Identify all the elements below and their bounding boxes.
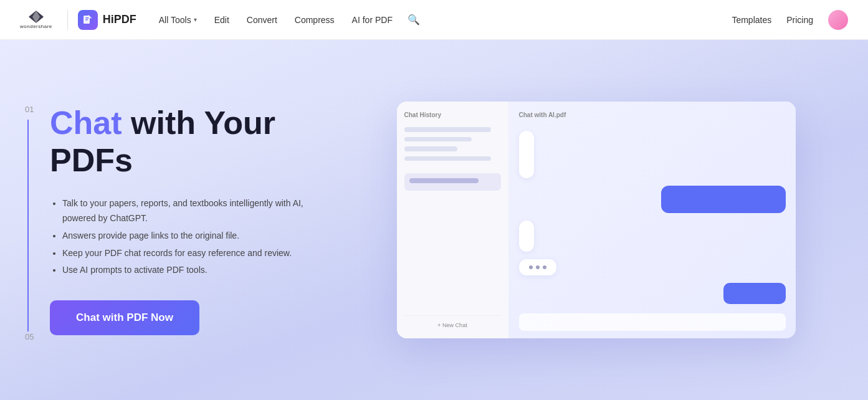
- svg-rect-2: [85, 19, 88, 21]
- bullet-4: Use AI prompts to activate PDF tools.: [62, 263, 336, 278]
- chat-input-bar[interactable]: [519, 313, 786, 331]
- navbar: wondershare HiPDF All Tools ▾ Edit Conve…: [0, 0, 868, 40]
- mockup-sidebar: Chat History + New Chat: [397, 102, 509, 338]
- hero-title-highlight: Chat: [50, 105, 122, 141]
- mockup-window: Chat History + New Chat Chat with AI.pdf: [397, 102, 796, 338]
- dot-3: [543, 265, 546, 269]
- step-number-top: 01: [25, 105, 34, 114]
- pricing-link[interactable]: Pricing: [786, 15, 813, 25]
- hipdf-label: HiPDF: [103, 13, 136, 26]
- nav-ai-for-pdf[interactable]: AI for PDF: [345, 10, 400, 30]
- sidebar-line-4: [404, 156, 492, 161]
- nav-convert[interactable]: Convert: [239, 10, 285, 30]
- chevron-down-icon: ▾: [194, 16, 197, 23]
- sent-bubble-small: [723, 283, 786, 304]
- step-line: [27, 120, 29, 331]
- active-line-1: [409, 178, 479, 183]
- hero-left-content: 01 05 Chat with Your PDFs Talk to your p…: [50, 105, 336, 336]
- dot-1: [529, 265, 533, 269]
- bullet-2: Answers provide page links to the origin…: [62, 229, 336, 244]
- sidebar-line-3: [404, 146, 457, 151]
- received-bubble-2: [519, 221, 534, 252]
- navbar-right: Templates Pricing: [732, 10, 848, 30]
- new-chat-button[interactable]: + New Chat: [404, 322, 501, 328]
- wondershare-text: wondershare: [20, 24, 52, 29]
- typing-indicator: [519, 259, 556, 275]
- cta-button[interactable]: Chat with PDF Now: [50, 300, 199, 335]
- nav-all-tools[interactable]: All Tools ▾: [151, 10, 204, 30]
- bullet-1: Talk to your papers, reports, and textbo…: [62, 196, 336, 226]
- sidebar-line-2: [404, 137, 472, 142]
- hero-bullets: Talk to your papers, reports, and textbo…: [50, 196, 336, 278]
- nav-edit[interactable]: Edit: [207, 10, 237, 30]
- sent-bubble-large: [661, 186, 786, 213]
- wondershare-logo[interactable]: wondershare: [20, 10, 52, 29]
- hero-section: 01 05 Chat with Your PDFs Talk to your p…: [0, 40, 868, 400]
- chat-title: Chat with AI.pdf: [519, 112, 786, 118]
- sidebar-line-1: [404, 127, 492, 132]
- hipdf-icon: [78, 10, 98, 30]
- sidebar-history-title: Chat History: [404, 112, 501, 118]
- templates-link[interactable]: Templates: [732, 15, 771, 25]
- step-number-bottom: 05: [25, 332, 34, 341]
- hipdf-logo[interactable]: HiPDF: [78, 10, 136, 30]
- sidebar-active-item[interactable]: [404, 173, 501, 191]
- nav-compress[interactable]: Compress: [287, 10, 342, 30]
- nav-divider: [67, 10, 68, 30]
- chat-area: [519, 131, 786, 328]
- dot-2: [536, 265, 540, 269]
- search-icon[interactable]: 🔍: [403, 9, 425, 31]
- main-nav: All Tools ▾ Edit Convert Compress AI for…: [151, 9, 732, 31]
- received-bubble-1: [519, 131, 534, 178]
- mockup-main-chat: Chat with AI.pdf: [509, 102, 796, 338]
- hero-right-mockup: Chat History + New Chat Chat with AI.pdf: [374, 102, 818, 338]
- user-avatar[interactable]: [828, 10, 848, 30]
- bullet-3: Keep your PDF chat records for easy refe…: [62, 246, 336, 261]
- hero-title: Chat with Your PDFs: [50, 105, 336, 179]
